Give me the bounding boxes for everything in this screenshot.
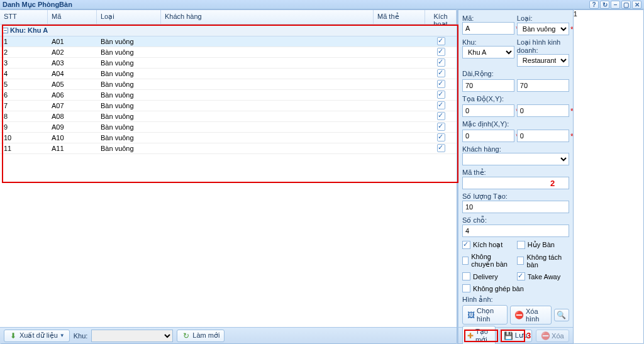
col-khachhang[interactable]: Khách hàng: [161, 10, 374, 24]
app-window: Danh Mục PhòngBàn ? ↻ – ▢ ✕ STT Mã Loại …: [0, 0, 644, 344]
col-mathe[interactable]: Mã thẻ: [374, 10, 425, 24]
cell-stt: 2: [0, 48, 48, 57]
kotachban-checkbox[interactable]: [517, 257, 525, 265]
col-kichhoat[interactable]: Kích hoạt: [425, 10, 457, 24]
md-x-input[interactable]: [462, 130, 514, 142]
dai-input[interactable]: [462, 79, 514, 92]
cell-mathe: [374, 105, 425, 106]
khu-select[interactable]: [91, 330, 173, 342]
cell-kichhoat: [425, 47, 457, 58]
new-icon: ✚: [467, 331, 474, 340]
soluong-input[interactable]: [462, 201, 569, 213]
row-checkbox[interactable]: [437, 69, 445, 77]
col-ma[interactable]: Mã: [48, 10, 97, 24]
minimize-button[interactable]: –: [611, 1, 620, 9]
cell-kichhoat: [425, 133, 457, 143]
refresh-button[interactable]: ↻ Làm mới: [177, 330, 225, 342]
delete-icon: ⛔: [541, 331, 550, 340]
cell-ma: A11: [48, 144, 97, 153]
maximize-button[interactable]: ▢: [621, 1, 631, 9]
table-row[interactable]: 11A11Bàn vuông: [0, 143, 457, 154]
cell-kh: [161, 41, 374, 42]
huyban-checkbox[interactable]: [517, 241, 525, 249]
row-checkbox[interactable]: [437, 144, 445, 152]
rong-input[interactable]: [517, 79, 569, 92]
image-icon: 🖼: [467, 311, 475, 319]
row-checkbox[interactable]: [437, 101, 445, 109]
khu-form-select[interactable]: Khu A: [462, 46, 514, 58]
table-row[interactable]: 4A04Bàn vuông: [0, 69, 457, 79]
window-title: Danh Mục PhòngBàn: [3, 1, 589, 9]
toado-y-input[interactable]: [517, 104, 569, 117]
col-stt[interactable]: STT: [0, 10, 48, 24]
kichhoat-text: Kích hoạt: [473, 241, 502, 249]
toado-x-input[interactable]: [462, 104, 514, 117]
grid-header: STT Mã Loại Khách hàng Mã thẻ Kích hoạt: [0, 10, 457, 25]
xoahinh-button[interactable]: ⛔ Xóa hình: [510, 306, 552, 325]
table-row[interactable]: 3A03Bàn vuông: [0, 58, 457, 69]
delivery-checkbox[interactable]: [462, 272, 470, 280]
row-checkbox[interactable]: [437, 80, 445, 88]
cell-kh: [161, 62, 374, 64]
table-row[interactable]: 10A10Bàn vuông: [0, 133, 457, 143]
cell-loai: Bàn vuông: [97, 80, 161, 89]
cell-ma: A05: [48, 80, 97, 89]
col-loai[interactable]: Loại: [97, 10, 161, 24]
macdinh-label: Mặc định(X,Y):: [462, 120, 569, 128]
table-row[interactable]: 5A05Bàn vuông: [0, 79, 457, 90]
mathe-form-label: Mã thẻ:: [462, 169, 569, 177]
zoom-button[interactable]: 🔍: [554, 309, 569, 321]
table-row[interactable]: 9A09Bàn vuông: [0, 122, 457, 133]
row-checkbox[interactable]: [437, 123, 445, 131]
cell-ma: A10: [48, 133, 97, 142]
md-y-input[interactable]: [517, 130, 569, 142]
lhkd-select[interactable]: Restaurant | Coffee | Bar: [517, 54, 569, 67]
row-checkbox[interactable]: [437, 133, 445, 141]
cell-kh: [161, 94, 374, 96]
collapse-icon[interactable]: –: [3, 28, 8, 33]
row-checkbox[interactable]: [437, 37, 445, 45]
form-body: Mã: Loại: Bàn vuông Khu: Khu A Loại hình…: [458, 10, 573, 327]
chevron-down-icon: ▼: [60, 333, 65, 338]
row-checkbox[interactable]: [437, 112, 445, 120]
table-row[interactable]: 7A07Bàn vuông: [0, 101, 457, 111]
kh-form-label: Khách hàng:: [462, 145, 569, 153]
export-button[interactable]: ⬇ Xuất dữ liệu ▼: [4, 330, 70, 342]
cell-loai: Bàn vuông: [97, 112, 161, 121]
close-button[interactable]: ✕: [632, 1, 641, 9]
cell-loai: Bàn vuông: [97, 58, 161, 67]
loai-select[interactable]: Bàn vuông: [517, 23, 569, 35]
row-checkbox[interactable]: [437, 48, 445, 56]
refresh-label: Làm mới: [192, 331, 219, 340]
table-row[interactable]: 1A01Bàn vuông: [0, 36, 457, 47]
table-row[interactable]: 6A06Bàn vuông: [0, 90, 457, 101]
cell-ma: A03: [48, 58, 97, 67]
koghepban-checkbox[interactable]: [462, 284, 470, 292]
refresh-window-button[interactable]: ↻: [600, 1, 609, 9]
socho-input[interactable]: [462, 225, 569, 237]
takeaway-checkbox[interactable]: [517, 272, 525, 280]
table-row[interactable]: 8A08Bàn vuông: [0, 111, 457, 122]
row-checkbox[interactable]: [437, 91, 445, 99]
kochuyenban-checkbox[interactable]: [462, 257, 469, 265]
luu-button[interactable]: 💾 Lưu: [499, 330, 532, 342]
takeaway-text: Take Away: [528, 273, 560, 280]
cell-mathe: [374, 94, 425, 96]
taomoi-button[interactable]: ✚ Tạo mới: [462, 326, 496, 345]
left-footer: ⬇ Xuất dữ liệu ▼ Khu: ↻ Làm mới: [0, 327, 457, 343]
cell-mathe: [374, 41, 425, 42]
taomoi-label: Tạo mới: [475, 328, 491, 344]
table-row[interactable]: 2A02Bàn vuông: [0, 47, 457, 58]
ma-input[interactable]: [462, 22, 514, 35]
xoa-button[interactable]: ⛔ Xóa: [536, 330, 569, 342]
row-checkbox[interactable]: [437, 58, 445, 67]
group-row[interactable]: – Khu: Khu A: [0, 25, 457, 36]
chonhinh-button[interactable]: 🖼 Chọn hình: [462, 305, 508, 325]
kh-form-select[interactable]: [462, 153, 569, 165]
kichhoat-checkbox[interactable]: [462, 241, 470, 249]
cell-kichhoat: [425, 90, 457, 101]
help-button[interactable]: ?: [589, 1, 599, 9]
mathe-input[interactable]: [462, 177, 569, 189]
chonhinh-label: Chọn hình: [477, 307, 502, 323]
cell-stt: 1: [0, 37, 48, 46]
